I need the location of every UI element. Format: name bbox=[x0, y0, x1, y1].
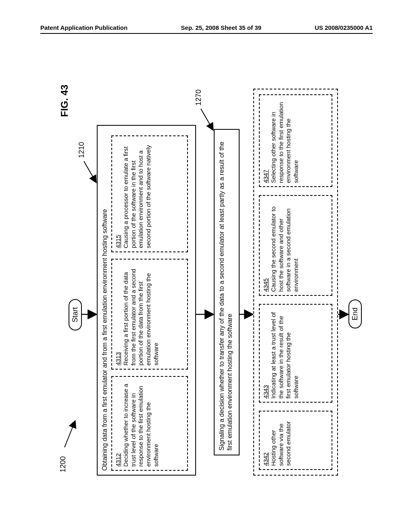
ref-4313: 4313 bbox=[115, 352, 121, 366]
step-1270-subgroup: 4342 Hosting other software via the seco… bbox=[253, 89, 338, 476]
ref-4343: 4343 bbox=[262, 385, 269, 399]
substep-4313-text: Receiving a first portion of the data fr… bbox=[122, 263, 160, 366]
substep-4312: 4312 Deciding whether to increase a trus… bbox=[111, 376, 188, 471]
ref-4342: 4342 bbox=[262, 453, 269, 466]
substep-4343-text: Indicating at least a trust level of the… bbox=[270, 308, 300, 399]
substep-4342: 4342 Hosting other software via the seco… bbox=[259, 411, 332, 470]
header-rule bbox=[40, 33, 373, 34]
ref-1270: 1270 bbox=[194, 89, 203, 106]
substep-4345-text: Causing the second emulator to host the … bbox=[270, 199, 300, 292]
page-header: Patent Application Publication Sep. 25, … bbox=[40, 24, 373, 31]
figure-43: 1200 FIG. 43 Start 1210 Obtaining data f… bbox=[52, 60, 363, 504]
page: Patent Application Publication Sep. 25, … bbox=[0, 0, 413, 532]
ref-4312: 4312 bbox=[115, 453, 121, 467]
substep-4347-text: Selecting other software in response to … bbox=[270, 98, 300, 183]
step-1270: Signaling a decision whether to transfer… bbox=[214, 129, 240, 455]
ref-4345: 4345 bbox=[262, 278, 269, 292]
ref-1210: 1210 bbox=[77, 142, 86, 158]
substep-4347: 4347 Selecting other software in respons… bbox=[259, 94, 332, 187]
substep-4342-text: Hosting other software via the second em… bbox=[270, 415, 292, 466]
figure-label: FIG. 43 bbox=[59, 85, 70, 117]
substep-4312-text: Deciding whether to increase a trust lev… bbox=[122, 380, 160, 467]
ref-4315: 4315 bbox=[115, 235, 121, 248]
start-terminator: Start bbox=[69, 299, 82, 330]
step-1210-title: Obtaining data from a first emulator and… bbox=[101, 130, 109, 471]
header-center: Sep. 25, 2008 Sheet 35 of 39 bbox=[181, 24, 261, 31]
ref-4347: 4347 bbox=[262, 170, 269, 183]
end-terminator: End bbox=[348, 299, 362, 328]
figure-area: 1200 FIG. 43 Start 1210 Obtaining data f… bbox=[52, 60, 363, 504]
ref-1200: 1200 bbox=[59, 456, 67, 472]
substep-4345: 4345 Causing the second emulator to host… bbox=[259, 195, 332, 296]
step-1270-title: Signaling a decision whether to transfer… bbox=[218, 134, 234, 451]
substep-4315-text: Causing a processor to emulate a first p… bbox=[122, 139, 152, 248]
substep-4315: 4315 Causing a processor to emulate a fi… bbox=[111, 135, 188, 252]
substep-4343: 4343 Indicating at least a trust level o… bbox=[259, 304, 332, 403]
substep-4313: 4313 Receiving a first portion of the da… bbox=[111, 259, 188, 370]
header-right: US 2008/0235000 A1 bbox=[315, 24, 373, 31]
header-left: Patent Application Publication bbox=[40, 24, 127, 31]
step-1210: Obtaining data from a first emulator and… bbox=[97, 125, 196, 476]
